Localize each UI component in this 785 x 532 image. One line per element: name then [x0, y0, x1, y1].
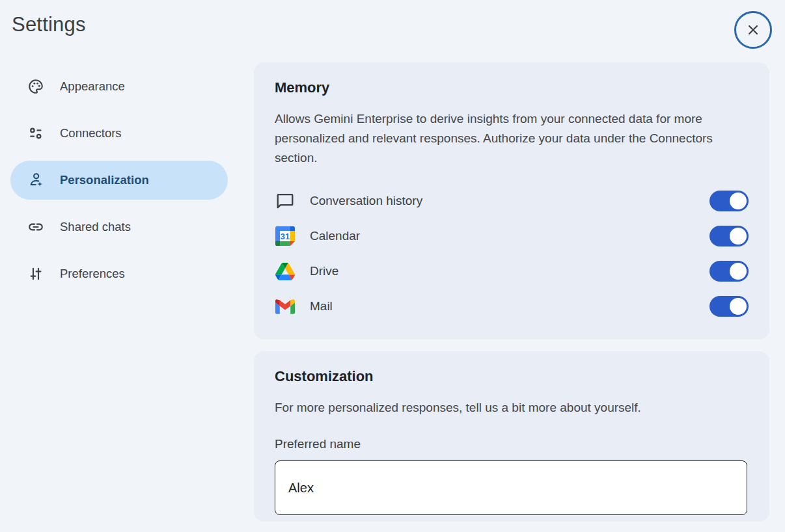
- toggle-knob: [730, 298, 747, 315]
- sidebar-item-personalization[interactable]: Personalization: [10, 161, 228, 200]
- memory-rows: Conversation history31CalendarDriveMail: [275, 183, 749, 324]
- memory-card: Memory Allows Gemini Enterprise to deriv…: [254, 62, 769, 339]
- settings-dialog: Settings AppearanceConnectorsPersonaliza…: [0, 0, 785, 532]
- memory-row-label: Conversation history: [310, 194, 709, 208]
- toggle-drive[interactable]: [709, 261, 749, 282]
- memory-row-label: Drive: [310, 264, 709, 278]
- customization-card: Customization For more personalized resp…: [254, 351, 769, 522]
- google-drive-icon: [275, 261, 296, 282]
- customization-description: For more personalized responses, tell us…: [275, 398, 734, 418]
- memory-row-calendar: 31Calendar: [275, 219, 749, 254]
- close-button[interactable]: [734, 11, 772, 49]
- toggle-mail[interactable]: [709, 296, 749, 317]
- toggle-knob: [730, 228, 747, 245]
- customization-title: Customization: [275, 368, 749, 385]
- close-icon: [745, 21, 762, 38]
- link-icon: [27, 219, 44, 235]
- preferred-name-label: Preferred name: [275, 437, 749, 451]
- toggle-calendar[interactable]: [709, 226, 749, 246]
- sidebar-item-label: Shared chats: [60, 220, 131, 234]
- chat-bubble-icon: [275, 191, 296, 211]
- memory-row-mail: Mail: [275, 289, 749, 324]
- page-title: Settings: [12, 13, 86, 36]
- svg-text:31: 31: [281, 232, 290, 241]
- memory-title: Memory: [275, 79, 749, 96]
- sidebar-item-label: Appearance: [60, 79, 125, 94]
- google-calendar-icon: 31: [275, 226, 296, 246]
- main-panel: Memory Allows Gemini Enterprise to deriv…: [254, 62, 769, 522]
- sidebar-item-appearance[interactable]: Appearance: [10, 67, 228, 106]
- toggle-knob: [730, 193, 747, 209]
- palette-icon: [27, 78, 44, 95]
- toggle-conversation-history[interactable]: [709, 191, 749, 211]
- toggle-knob: [730, 263, 747, 280]
- sidebar-item-label: Connectors: [60, 126, 122, 140]
- memory-row-conversation-history: Conversation history: [275, 183, 749, 219]
- sidebar: AppearanceConnectorsPersonalizationShare…: [10, 67, 228, 301]
- memory-row-drive: Drive: [275, 254, 749, 289]
- sidebar-item-shared-chats[interactable]: Shared chats: [10, 207, 228, 246]
- personalization-sparkle-icon: [27, 172, 44, 189]
- preferred-name-input[interactable]: [275, 460, 747, 515]
- sidebar-item-label: Preferences: [60, 267, 125, 281]
- connectors-icon: [27, 125, 44, 142]
- sidebar-item-label: Personalization: [60, 173, 149, 187]
- sidebar-item-connectors[interactable]: Connectors: [10, 114, 228, 153]
- sidebar-item-preferences[interactable]: Preferences: [10, 254, 228, 293]
- memory-row-label: Mail: [310, 299, 709, 313]
- memory-description: Allows Gemini Enterprise to derive insig…: [275, 109, 734, 168]
- sliders-icon: [27, 265, 44, 282]
- memory-row-label: Calendar: [310, 229, 709, 243]
- gmail-icon: [275, 296, 296, 317]
